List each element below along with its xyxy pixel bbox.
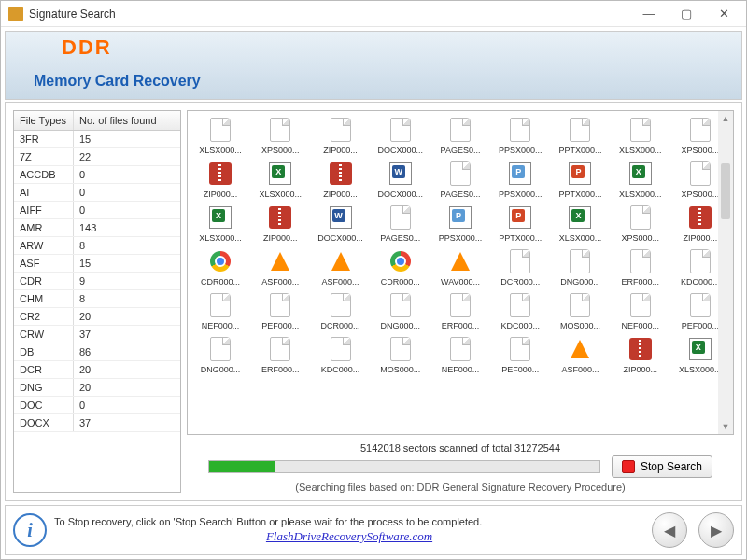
file-item[interactable]: DCR000... bbox=[491, 248, 549, 287]
file-item[interactable]: WAV000... bbox=[431, 248, 489, 287]
file-item[interactable]: ZIP000... bbox=[311, 117, 369, 155]
file-item[interactable]: NEF000... bbox=[431, 336, 489, 374]
file-item[interactable]: XLSX000... bbox=[191, 204, 249, 243]
table-row[interactable]: ACCDB0 bbox=[14, 166, 180, 184]
blank-icon bbox=[331, 293, 351, 317]
table-row[interactable]: AI0 bbox=[14, 184, 180, 202]
table-row[interactable]: CRW37 bbox=[14, 326, 180, 343]
file-item[interactable]: ZIP000... bbox=[311, 161, 369, 199]
file-types-table: File Types No. of files found 3FR157Z22A… bbox=[13, 110, 181, 493]
table-row[interactable]: ASF15 bbox=[14, 255, 180, 273]
file-item[interactable]: XPS000... bbox=[251, 117, 309, 155]
table-body[interactable]: 3FR157Z22ACCDB0AI0AIFF0AMR143ARW8ASF15CD… bbox=[14, 131, 180, 492]
file-item[interactable]: PAGES0... bbox=[372, 204, 430, 243]
file-item[interactable]: DNG000... bbox=[551, 248, 609, 287]
file-item[interactable]: PPTX000... bbox=[551, 161, 609, 199]
table-row[interactable]: DCR20 bbox=[14, 361, 180, 379]
table-row[interactable]: ARW8 bbox=[14, 237, 180, 255]
file-label: ZIP000... bbox=[194, 189, 247, 199]
file-item[interactable]: DOCX000... bbox=[311, 204, 369, 243]
col-files-found[interactable]: No. of files found bbox=[74, 111, 180, 130]
close-button[interactable]: ✕ bbox=[705, 2, 742, 26]
file-item[interactable]: XLSX000... bbox=[251, 161, 309, 199]
stop-icon bbox=[622, 460, 635, 473]
file-item[interactable]: MOS000... bbox=[372, 336, 430, 374]
file-item[interactable]: PAGES0... bbox=[431, 117, 489, 155]
file-item[interactable]: CDR000... bbox=[372, 248, 430, 287]
table-row[interactable]: DOC0 bbox=[14, 397, 180, 414]
file-item[interactable]: XLSX000... bbox=[191, 117, 249, 155]
file-item[interactable]: PEF000... bbox=[251, 292, 309, 330]
file-item[interactable]: NEF000... bbox=[191, 292, 249, 330]
blank-icon bbox=[450, 161, 471, 186]
table-row[interactable]: AIFF0 bbox=[14, 202, 180, 219]
scroll-down-icon[interactable]: ▼ bbox=[718, 419, 733, 434]
file-item[interactable]: PEF000... bbox=[491, 336, 549, 374]
file-grid[interactable]: XLSX000...XPS000...ZIP000...DOCX000...PA… bbox=[188, 111, 733, 380]
file-item[interactable]: ERF000... bbox=[431, 292, 489, 330]
table-row[interactable]: CR220 bbox=[14, 308, 180, 326]
file-item[interactable]: XPS000... bbox=[612, 204, 669, 243]
scroll-up-icon[interactable]: ▲ bbox=[718, 111, 733, 126]
file-item[interactable]: ZIP000... bbox=[191, 161, 249, 199]
file-label: ZIP000... bbox=[315, 146, 367, 155]
file-item[interactable]: ZIP000... bbox=[251, 204, 309, 243]
file-item[interactable]: PPTX000... bbox=[491, 204, 549, 243]
file-item[interactable]: ASF000... bbox=[251, 248, 309, 287]
cell-file-type: DCR bbox=[14, 361, 74, 378]
file-item[interactable]: XLSX000... bbox=[612, 117, 669, 155]
file-item[interactable]: DNG000... bbox=[191, 336, 249, 374]
file-item[interactable]: DNG000... bbox=[372, 292, 430, 330]
table-row[interactable]: DOCX37 bbox=[14, 414, 180, 432]
blank-icon bbox=[510, 118, 530, 142]
col-file-types[interactable]: File Types bbox=[14, 111, 74, 130]
zip-icon bbox=[629, 338, 652, 360]
nav-forward-button[interactable]: ▶ bbox=[698, 512, 734, 548]
table-header: File Types No. of files found bbox=[14, 111, 180, 131]
file-item[interactable]: ZIP000... bbox=[612, 336, 669, 374]
file-item[interactable]: ASF000... bbox=[551, 336, 609, 374]
file-label: XPS000... bbox=[254, 146, 306, 155]
file-item[interactable]: PPSX000... bbox=[431, 204, 489, 243]
file-item[interactable]: XLSX000... bbox=[551, 204, 609, 243]
nav-back-button[interactable]: ◀ bbox=[652, 512, 687, 548]
file-item[interactable]: DOCX000... bbox=[372, 117, 430, 155]
file-item[interactable]: DOCX000... bbox=[372, 161, 430, 199]
file-item[interactable]: CDR000... bbox=[191, 248, 249, 287]
file-label: PPTX000... bbox=[494, 233, 546, 243]
file-item[interactable]: ASF000... bbox=[311, 248, 369, 287]
scroll-thumb[interactable] bbox=[721, 163, 730, 219]
file-item[interactable]: ERF000... bbox=[612, 248, 669, 287]
xls-icon bbox=[689, 338, 712, 360]
vlc-icon bbox=[571, 340, 589, 358]
cell-file-type: ARW bbox=[14, 237, 74, 254]
file-item[interactable]: PPSX000... bbox=[491, 117, 549, 155]
file-item[interactable]: DCR000... bbox=[311, 292, 369, 330]
file-item[interactable]: NEF000... bbox=[612, 292, 669, 330]
table-row[interactable]: DB86 bbox=[14, 343, 180, 361]
table-row[interactable]: 7Z22 bbox=[14, 148, 180, 166]
table-row[interactable]: DNG20 bbox=[14, 379, 180, 397]
table-row[interactable]: AMR143 bbox=[14, 219, 180, 237]
file-item[interactable]: PPSX000... bbox=[491, 161, 549, 199]
maximize-button[interactable]: ▢ bbox=[668, 2, 705, 26]
blank-icon bbox=[630, 118, 651, 142]
file-label: PPSX000... bbox=[434, 233, 486, 243]
file-item[interactable]: MOS000... bbox=[551, 292, 609, 330]
file-item[interactable]: PPTX000... bbox=[551, 117, 609, 155]
file-item[interactable]: ERF000... bbox=[251, 336, 309, 374]
cell-file-count: 8 bbox=[74, 237, 180, 254]
footer-link[interactable]: FlashDriveRecoverySoftware.com bbox=[54, 529, 644, 544]
vertical-scrollbar[interactable]: ▲ ▼ bbox=[718, 111, 733, 434]
table-row[interactable]: 3FR15 bbox=[14, 131, 180, 148]
table-row[interactable]: CHM8 bbox=[14, 290, 180, 308]
file-label: ASF000... bbox=[315, 277, 367, 287]
file-item[interactable]: XLSX000... bbox=[612, 161, 669, 199]
file-item[interactable]: PAGES0... bbox=[431, 161, 489, 199]
table-row[interactable]: CDR9 bbox=[14, 273, 180, 290]
file-item[interactable]: KDC000... bbox=[491, 292, 549, 330]
cell-file-type: AI bbox=[14, 184, 74, 201]
file-item[interactable]: KDC000... bbox=[311, 336, 369, 374]
stop-search-button[interactable]: Stop Search bbox=[612, 455, 712, 478]
minimize-button[interactable]: — bbox=[630, 2, 668, 26]
